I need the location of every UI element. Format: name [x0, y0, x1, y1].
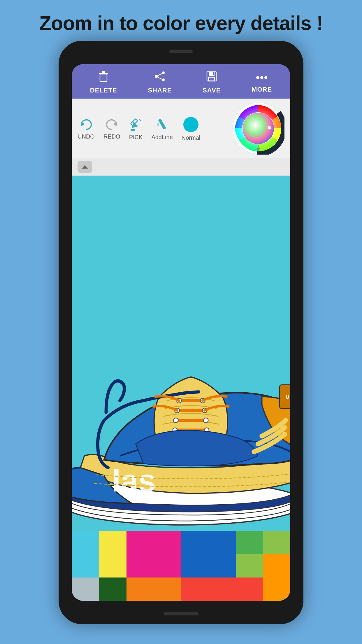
svg-rect-15: [213, 72, 214, 75]
more-icon: [255, 71, 268, 84]
save-label: SAVE: [203, 87, 221, 94]
color-swatch-blue1[interactable]: [181, 531, 208, 554]
redo-icon: [105, 118, 119, 132]
top-toolbar: DELETE SHARE: [72, 64, 290, 99]
more-label: MORE: [252, 86, 272, 93]
color-swatch-red3[interactable]: [236, 578, 263, 601]
color-swatch-pink1[interactable]: [126, 554, 154, 578]
share-icon: [153, 70, 166, 85]
color-swatch-red2[interactable]: [208, 578, 236, 601]
svg-rect-1: [99, 73, 108, 74]
pick-button[interactable]: PICK: [129, 118, 143, 141]
svg-point-18: [264, 76, 267, 79]
normal-color-dot: [183, 117, 198, 132]
color-swatch-magenta2[interactable]: [154, 531, 181, 554]
delete-label: DELETE: [90, 87, 117, 94]
shoe-illustration: U: [72, 176, 290, 531]
color-swatch-blue3[interactable]: [181, 554, 208, 578]
color-wheel-area[interactable]: [232, 102, 284, 156]
undo-label: UNDO: [78, 133, 95, 140]
color-swatch-blue2[interactable]: [208, 531, 236, 554]
secondary-toolbar: UNDO REDO: [72, 99, 290, 158]
share-label: SHARE: [148, 87, 172, 94]
more-button[interactable]: MORE: [252, 71, 272, 93]
color-palette: [72, 531, 290, 601]
svg-point-30: [268, 126, 271, 130]
color-swatch-blue4[interactable]: [208, 554, 236, 578]
svg-point-16: [256, 76, 259, 79]
undo-button[interactable]: UNDO: [78, 118, 95, 140]
redo-label: REDO: [103, 133, 120, 140]
phone-screen: DELETE SHARE: [72, 64, 290, 601]
color-swatch-amber2[interactable]: [154, 578, 181, 601]
redo-button[interactable]: REDO: [103, 118, 120, 140]
page-title: Zoom in to color every details !: [0, 0, 362, 43]
svg-marker-33: [82, 165, 88, 169]
delete-button[interactable]: DELETE: [90, 70, 117, 94]
color-swatch-magenta1[interactable]: [126, 531, 154, 554]
color-swatch-orange1[interactable]: [263, 554, 290, 578]
svg-point-17: [260, 76, 263, 79]
svg-rect-25: [157, 123, 159, 126]
svg-rect-2: [102, 71, 105, 73]
color-swatch-cyan2[interactable]: [72, 554, 99, 578]
svg-text:las: las: [112, 463, 156, 498]
color-swatch-amber1[interactable]: [126, 578, 154, 601]
color-swatch-orange2[interactable]: [263, 578, 290, 601]
phone-frame: DELETE SHARE: [59, 41, 303, 624]
svg-line-21: [139, 119, 141, 121]
svg-line-9: [156, 73, 163, 76]
color-swatch-yellow2[interactable]: [99, 554, 126, 578]
color-swatch-yellow[interactable]: [99, 531, 126, 554]
addline-button[interactable]: AddLine: [151, 118, 173, 141]
color-swatch-gray[interactable]: [72, 578, 99, 601]
svg-rect-24: [158, 118, 166, 130]
color-swatch-red1[interactable]: [181, 578, 208, 601]
save-icon: [205, 70, 218, 85]
color-swatch-green[interactable]: [236, 531, 263, 554]
color-swatch-darkgreen[interactable]: [99, 578, 126, 601]
svg-marker-19: [81, 122, 85, 126]
addline-icon: [156, 118, 168, 133]
delete-icon: [97, 70, 110, 85]
expand-bar: [72, 158, 290, 176]
svg-marker-20: [113, 122, 117, 126]
color-swatch-lime[interactable]: [236, 554, 263, 578]
svg-line-10: [156, 76, 163, 80]
addline-label: AddLine: [151, 134, 173, 141]
save-button[interactable]: SAVE: [203, 70, 221, 94]
color-swatch-pink2[interactable]: [154, 554, 181, 578]
color-swatch-cyan[interactable]: [72, 531, 99, 554]
normal-button[interactable]: Normal: [182, 117, 200, 141]
color-wheel[interactable]: [232, 102, 284, 155]
color-swatch-lightgreen[interactable]: [263, 531, 290, 554]
expand-button[interactable]: [78, 161, 92, 173]
svg-point-46: [173, 418, 178, 423]
undo-icon: [79, 118, 93, 132]
normal-label: Normal: [182, 134, 200, 141]
pick-icon: [129, 118, 142, 133]
svg-rect-23: [131, 129, 135, 131]
pick-label: PICK: [129, 134, 143, 141]
canvas-area[interactable]: U: [72, 176, 290, 531]
svg-rect-14: [209, 78, 214, 80]
share-button[interactable]: SHARE: [148, 70, 172, 94]
svg-point-47: [203, 418, 208, 423]
svg-text:U: U: [286, 394, 290, 400]
